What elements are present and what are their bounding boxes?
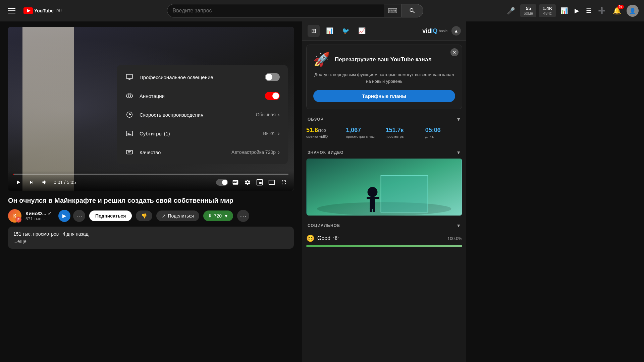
channel-more-btn[interactable]: ⋯	[73, 210, 85, 222]
promo-close-button[interactable]: ✕	[450, 48, 459, 56]
speed-icon	[125, 110, 134, 119]
speed-value: Обычная ›	[256, 111, 280, 118]
microphone-button[interactable]: 🎤	[504, 4, 518, 17]
share-button[interactable]: ↗ Поделиться	[156, 210, 199, 221]
settings-item-quality[interactable]: Качество Автонастройка 720р ›	[117, 143, 288, 162]
rocket-icon: 🚀	[313, 52, 330, 67]
subtitles-button[interactable]	[231, 178, 240, 187]
vidiq-trend-button[interactable]: 📈	[356, 25, 368, 37]
stat-total-views: 151.7к просмотры	[386, 127, 423, 138]
channel-name[interactable]: КиноФ... ✓	[25, 210, 52, 216]
quality-value: Автонастройка 720р ›	[231, 149, 280, 156]
vidiq-tier-label: basic	[439, 29, 447, 33]
chevron-right-icon3: ›	[278, 149, 280, 156]
vidiq-toolbar: ⊞ 📊 🐦 📈 vidIQ basic ▲	[302, 21, 466, 41]
search-button[interactable]	[402, 4, 423, 17]
social-bar: 😊 Good 👁 100.0%	[306, 232, 462, 245]
header: YouTube RU ⌨ 🎤 55 60мн	[0, 0, 644, 21]
notification-button[interactable]: 🔔 9+	[610, 4, 624, 17]
vidiq-chart-button[interactable]: 📊	[324, 25, 336, 37]
toggle-lighting[interactable]	[265, 73, 280, 81]
video-thumbnail[interactable]	[306, 159, 462, 216]
thumbnail-title: ЗНАЧОК ВИДЕО	[308, 150, 344, 155]
header-stats-block2[interactable]: 1.4K 48чс	[539, 4, 556, 17]
social-progress-fill	[306, 245, 462, 247]
annotation-icon	[125, 91, 134, 101]
social-header[interactable]: СОЦИАЛЬНОЕ ▼	[306, 220, 462, 232]
vidiq-twitter-button[interactable]: 🐦	[340, 25, 352, 37]
vidiq-channel-btn[interactable]: ▶	[58, 210, 70, 222]
create-icon[interactable]: ➕	[596, 5, 607, 16]
thumbnail-arrow-icon: ▼	[456, 150, 461, 155]
volume-button[interactable]	[40, 178, 50, 187]
video-player-container: Профессиональное освещение	[8, 27, 294, 191]
settings-item-lighting[interactable]: Профессиональное освещение	[117, 68, 288, 86]
fullscreen-button[interactable]	[279, 178, 288, 187]
description-more-button[interactable]: ...ещё	[13, 239, 288, 244]
vidiq-brand: vidIQ basic	[422, 27, 447, 35]
thumbnail-header[interactable]: ЗНАЧОК ВИДЕО ▼	[306, 146, 462, 159]
progress-bar[interactable]	[13, 174, 288, 175]
miniplayer-button[interactable]	[255, 178, 264, 187]
channel-info: КиноФ... ✓ 571 тыс...	[25, 210, 52, 221]
subtitles-label: Субтитры (1)	[140, 131, 258, 136]
next-button[interactable]	[27, 178, 36, 187]
list-icon[interactable]: ☰	[584, 5, 593, 16]
stats-bottom-value: 60мн	[524, 11, 533, 16]
social-label: Good	[317, 235, 330, 241]
vidiq-collapse-button[interactable]: ▲	[451, 26, 461, 36]
dropdown-chevron-icon: ▼	[224, 213, 228, 219]
settings-item-subtitles[interactable]: Субтитры (1) Выкл. ›	[117, 124, 288, 143]
video-controls: 0:01 / 5:05	[8, 171, 294, 191]
vidiq-sidebar: ⊞ 📊 🐦 📈 vidIQ basic ▲ ✕ 🚀 Перезагрузите …	[302, 21, 466, 362]
svg-rect-3	[126, 74, 132, 79]
header-stats-block[interactable]: 55 60мн	[520, 4, 536, 17]
overview-arrow-icon: ▼	[456, 117, 461, 122]
header-right: 🎤 55 60мн 1.4K 48чс 📊 ▶ ☰ ➕ 🔔 9+ 👤	[504, 4, 639, 17]
promo-header: 🚀 Перезагрузите ваш YouTube канал	[313, 52, 455, 67]
toggle-annotations[interactable]	[265, 92, 280, 100]
search-input[interactable]	[167, 4, 384, 17]
settings-item-annotations[interactable]: Аннотации	[117, 86, 288, 105]
lighting-toggle[interactable]	[265, 73, 280, 81]
promo-pricing-button[interactable]: Тарифные планы	[313, 90, 455, 102]
download-button[interactable]: ⬇ 720 ▼	[203, 210, 233, 221]
bar-chart-icon[interactable]: 📊	[558, 5, 570, 16]
settings-item-speed[interactable]: Скорость воспроизведения Обычная ›	[117, 105, 288, 124]
overview-section: ОБЗОР ▼ 51.6/100 оценка vidIQ 1,067 прос…	[302, 113, 466, 146]
chevron-right-icon: ›	[278, 111, 280, 118]
svg-rect-24	[373, 208, 375, 212]
video-section: Профессиональное освещение	[0, 21, 302, 362]
vidiq-grid-button[interactable]: ⊞	[308, 25, 320, 37]
search-bar: ⌨	[167, 4, 402, 17]
video-player[interactable]: Профессиональное освещение	[8, 27, 294, 191]
svg-point-19	[368, 187, 378, 197]
miniplayer-toggle[interactable]	[216, 179, 228, 186]
subscribe-button[interactable]: Подписаться	[89, 210, 132, 221]
dislike-button[interactable]: 👎	[136, 210, 152, 221]
main-content: Профессиональное освещение	[0, 21, 644, 362]
user-avatar[interactable]: 👤	[627, 5, 639, 17]
svg-text:YouTube: YouTube	[34, 8, 54, 13]
play-button[interactable]	[13, 178, 23, 187]
play-icon[interactable]: ▶	[573, 5, 581, 16]
views-hour-label: просмотры в час	[346, 134, 383, 138]
overview-header[interactable]: ОБЗОР ▼	[306, 113, 462, 125]
more-options-button[interactable]: ⋯	[237, 210, 249, 222]
score-value: 51.6/100	[306, 127, 343, 134]
verified-icon: ✓	[48, 211, 52, 216]
settings-button[interactable]	[243, 178, 252, 187]
annotations-toggle[interactable]	[265, 92, 280, 100]
hamburger-menu-button[interactable]	[5, 5, 18, 16]
channel-actions: ▶ ⋯	[58, 210, 85, 222]
youtube-logo[interactable]: YouTube RU	[23, 7, 62, 14]
notification-badge: 9+	[618, 5, 624, 9]
duration-label: длит.	[425, 134, 462, 138]
theater-button[interactable]	[267, 178, 276, 187]
channel-avatar[interactable]: К	[8, 209, 21, 223]
vidiq-logo-text: vidIQ	[422, 27, 437, 35]
subtitles-value: Выкл. ›	[263, 130, 280, 137]
views-hour-value: 1,067	[346, 127, 383, 134]
keyboard-icon[interactable]: ⌨	[384, 7, 401, 15]
social-progress-bar	[306, 245, 462, 247]
